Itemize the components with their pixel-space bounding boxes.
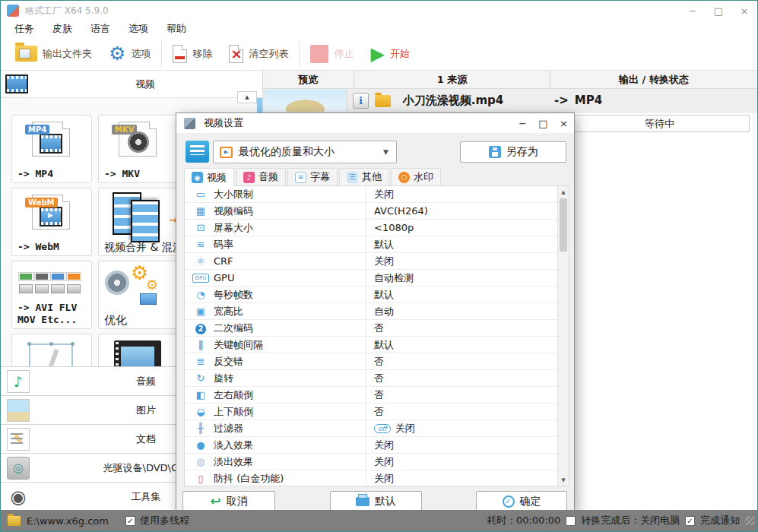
video-section-header[interactable]: 视频 [1,71,262,98]
start-button[interactable]: ▶ 开始 [362,39,417,69]
setting-label: GPU [214,272,366,283]
card-optimize[interactable]: ⚙ ⚙ 优化 [98,261,179,329]
setting-row-chip[interactable]: ▦视频编码AVC(H264) [185,203,557,220]
setting-value: 关闭 [374,188,394,201]
source-column-header[interactable]: 1 来源 [354,71,550,88]
ruler-icon: ▭ [192,188,209,200]
format-factory-window: 格式工厂 X64 5.9.0 − □ × 任务 皮肤 语言 选项 帮助 输出文件… [0,0,758,532]
setting-value: 否 [374,388,384,402]
scroll-down-arrow-icon[interactable]: ▼ [558,474,569,486]
options-button[interactable]: ⚙ 选项 [100,39,159,69]
card-to-avi-flv-mov[interactable]: -> AVI FLV MOV Etc... [11,261,92,329]
preview-column-header[interactable]: 预览 [263,71,354,88]
output-format: -> MP4 [554,93,602,107]
setting-row-fade-out[interactable]: ◍淡出效果关闭 [185,454,557,470]
dialog-title-bar[interactable]: 视频设置 − □ × [176,113,574,133]
setting-value: 默认 [374,238,394,252]
setting-row-ruler[interactable]: ▭大小限制关闭 [185,186,557,203]
file-page-icon: MKV [119,122,157,157]
menu-item-options[interactable]: 选项 [119,22,157,36]
clear-list-button[interactable]: × 清空列表 [220,39,297,69]
setting-row-fade-in[interactable]: ●淡入效果关闭 [185,437,557,454]
gpu-icon: GPU [192,274,209,283]
setting-row-waves[interactable]: ≋码率默认 [185,236,557,253]
shutdown-checkbox[interactable] [566,516,576,526]
close-button[interactable]: × [731,1,757,21]
cancel-button[interactable]: ↩ 取消 [182,491,275,511]
setting-label: 防抖 (白金功能) [214,472,366,486]
task-row[interactable]: i 小刀洗澡视频.mp4 -> MP4 [263,89,757,112]
arrow-text: -> [554,93,569,107]
tab-other[interactable]: ☰ 其他 [339,168,389,185]
setting-value: 否 [374,372,384,385]
setting-row-monitor[interactable]: ⊡屏幕大小<1080p [185,220,557,236]
column-divider [366,370,366,386]
setting-row-two-pass[interactable]: 2二次编码否 [185,320,557,337]
file-page-icon: WebM ▶ [32,195,70,230]
dialog-title: 视频设置 [204,116,243,130]
tab-watermark[interactable]: ○ 水印 [391,168,441,185]
setting-row-flip-v[interactable]: ◒上下颠倒否 [185,404,557,420]
dialog-maximize-button[interactable]: □ [533,113,553,133]
scrollbar-thumb[interactable] [560,198,567,252]
deinterlace-icon: ≣ [192,356,209,367]
card-to-mp4[interactable]: MP4 -> MP4 [11,115,92,183]
stop-button[interactable]: 停止 [302,39,362,69]
ok-button[interactable]: ✓ 确定 [476,491,567,511]
maximize-button[interactable]: □ [706,1,731,21]
aspect-icon: ▣ [192,306,209,317]
scroll-up-button[interactable]: ▲ [237,91,257,103]
menu-item-task[interactable]: 任务 [5,22,43,36]
monitor-icon: ⊡ [192,222,209,233]
setting-row-filter[interactable]: ╫过滤器off关闭 [185,420,557,437]
preset-tray-icon [186,141,209,163]
tab-subtitle[interactable]: ≡ 字幕 [287,168,338,185]
save-as-button[interactable]: 另存为 [460,141,566,163]
setting-row-atom[interactable]: ⚛CRF关闭 [185,253,557,270]
video-preset-icon: ▶ [220,147,233,158]
app-icon [7,5,19,17]
card-label: -> WebM [17,241,89,253]
card-to-webm[interactable]: WebM ▶ -> WebM [11,188,92,256]
setting-row-gpu[interactable]: GPUGPU自动检测 [185,270,557,287]
scroll-up-arrow-icon[interactable]: ▲ [558,186,569,198]
remove-button[interactable]: 移除 [164,39,220,69]
preset-dropdown[interactable]: ▶ 最优化的质量和大小 ▼ [213,141,397,163]
tab-video[interactable]: ◉ 视频 [184,168,234,186]
photo-icon [7,399,30,422]
card-to-mkv[interactable]: MKV -> MKV [98,115,179,183]
setting-value: 关闭 [374,472,394,486]
notify-checkbox[interactable]: ✓ [685,516,695,526]
tab-audio[interactable]: ♪ 音频 [236,168,286,185]
menu-bar: 任务 皮肤 语言 选项 帮助 [1,21,757,37]
setting-row-flip-h[interactable]: ◧左右颠倒否 [185,387,557,404]
stop-icon [310,45,328,63]
fade-out-icon: ◍ [192,456,209,467]
dialog-close-button[interactable]: × [553,113,574,133]
setting-value: 否 [374,405,384,419]
minimize-button[interactable]: − [680,1,706,21]
output-status-column-header[interactable]: 输出 / 转换状态 [550,71,757,88]
menu-item-language[interactable]: 语言 [81,22,119,36]
output-folder-button[interactable]: 输出文件夹 [7,39,100,69]
menu-item-skin[interactable]: 皮肤 [43,22,81,36]
setting-row-rotate[interactable]: ↻旋转否 [185,370,557,387]
setting-row-aspect[interactable]: ▣宽高比自动 [185,303,557,320]
dialog-minimize-button[interactable]: − [512,113,533,133]
flip-v-icon: ◒ [192,406,209,417]
output-path[interactable]: E:\www.x6g.com [27,515,109,527]
setting-row-deinterlace[interactable]: ≣反交错否 [185,353,557,370]
settings-rows: ▭大小限制关闭▦视频编码AVC(H264)⊡屏幕大小<1080p≋码率默认⚛CR… [185,186,557,486]
settings-scrollbar[interactable]: ▲ ▼ [557,186,569,486]
card-video-merge-mux[interactable]: → 视频合并 & 混流 [98,188,179,256]
setting-value: 关闭 [374,255,394,268]
menu-item-help[interactable]: 帮助 [157,22,195,36]
setting-row-stabilizer[interactable]: ▯防抖 (白金功能)关闭 [185,470,557,486]
info-icon[interactable]: i [353,93,369,109]
resize-grip[interactable] [745,516,754,525]
setting-row-clock[interactable]: ◔每秒帧数默认 [185,287,557,303]
default-button[interactable]: 默认 [330,491,422,511]
multithread-checkbox[interactable]: ✓ [125,516,135,526]
card-label: -> MKV [104,168,176,180]
setting-row-keyframe[interactable]: ∥关键帧间隔默认 [185,337,557,353]
